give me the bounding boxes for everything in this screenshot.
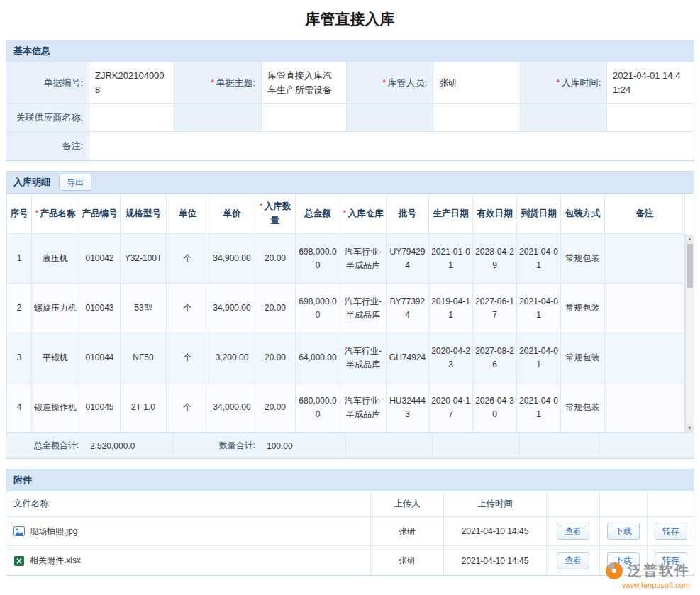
total-qty-value: 100.00 bbox=[261, 433, 346, 458]
detail-row: 2螺旋压力机01004353型个34,900.0020.00698,000.00… bbox=[7, 284, 685, 333]
detail-column-header: 备注 bbox=[605, 194, 685, 234]
doc-no-value: ZJRK2021040008 bbox=[89, 62, 174, 104]
total-amount-value: 2,520,000.0 bbox=[84, 433, 174, 458]
scroll-down-arrow[interactable]: ▼ bbox=[686, 424, 694, 433]
download-button[interactable]: 下载 bbox=[607, 523, 640, 540]
detail-cell: 个 bbox=[167, 234, 209, 284]
required-asterisk: * bbox=[260, 201, 263, 211]
detail-row: 3平锻机010044NF50个3,200.0020.0064,000.00汽车行… bbox=[7, 333, 685, 383]
remark-value bbox=[89, 132, 694, 160]
detail-cell: 20.00 bbox=[255, 284, 296, 333]
detail-cell bbox=[605, 333, 685, 383]
attachments-title: 附件 bbox=[13, 474, 32, 486]
subject-label: *单据主题: bbox=[174, 62, 262, 104]
detail-cell: 53型 bbox=[121, 284, 167, 333]
detail-column-header: 批号 bbox=[387, 194, 429, 234]
file-name-header: 文件名称 bbox=[6, 491, 371, 517]
detail-cell: 34,900.00 bbox=[209, 284, 255, 333]
detail-cell bbox=[605, 284, 685, 333]
detail-header-row: 序号*产品名称产品编号规格型号单位单价*入库数量总金额*入库仓库批号生产日期有效… bbox=[7, 194, 685, 234]
export-button[interactable]: 导出 bbox=[59, 174, 91, 191]
detail-cell: 3,200.00 bbox=[209, 333, 255, 383]
keeper-value: 张研 bbox=[433, 62, 521, 104]
download-button[interactable]: 下载 bbox=[607, 552, 640, 569]
empty-value-cell bbox=[433, 104, 521, 132]
entry-time-label: *入库时间: bbox=[521, 62, 607, 104]
detail-cell: 个 bbox=[167, 284, 209, 333]
detail-cell: 液压机 bbox=[32, 234, 79, 284]
save-as-button[interactable]: 转存 bbox=[655, 523, 687, 540]
detail-cell: 锻造操作机 bbox=[32, 383, 79, 433]
scrollbar-track[interactable] bbox=[686, 289, 694, 424]
detail-cell: NF50 bbox=[121, 333, 167, 383]
footer-empty-cell bbox=[433, 433, 520, 458]
detail-title: 入库明细 bbox=[13, 176, 50, 189]
scroll-up-arrow[interactable]: ▲ bbox=[686, 235, 694, 243]
detail-row: 1液压机010042Y32-100T个34,900.0020.00698,000… bbox=[7, 234, 685, 284]
detail-column-header: 总金额 bbox=[296, 194, 340, 234]
action-column-header bbox=[600, 491, 648, 517]
required-asterisk: * bbox=[211, 77, 214, 88]
detail-cell: 4 bbox=[7, 383, 32, 433]
watermark-url: www.fanpusoft.com bbox=[605, 581, 690, 589]
detail-cell bbox=[605, 383, 685, 433]
detail-cell: 2 bbox=[7, 284, 32, 333]
detail-cell: Y32-100T bbox=[121, 234, 167, 284]
remark-label: 备注: bbox=[6, 132, 89, 160]
image-file-icon bbox=[13, 526, 25, 537]
required-asterisk: * bbox=[382, 77, 386, 88]
detail-cell: 010044 bbox=[79, 333, 121, 383]
detail-cell: 34,000.00 bbox=[209, 383, 255, 433]
detail-footer: 总金额合计: 2,520,000.0 数量合计: 100.00 bbox=[6, 433, 694, 458]
detail-cell: 698,000.00 bbox=[296, 284, 340, 333]
basic-info-title: 基本信息 bbox=[13, 45, 50, 57]
detail-cell: 个 bbox=[167, 333, 209, 383]
detail-cell: 1 bbox=[7, 234, 32, 284]
detail-cell: 汽车行业-半成品库 bbox=[340, 234, 387, 284]
basic-info-grid: 单据编号: ZJRK2021040008 *单据主题: 库管直接入库汽车生产所需… bbox=[6, 62, 694, 160]
detail-cell: 个 bbox=[167, 383, 209, 433]
detail-cell: 2021-01-01 bbox=[429, 234, 473, 284]
detail-cell: 2028-04-29 bbox=[473, 234, 517, 284]
required-asterisk: * bbox=[35, 208, 39, 218]
detail-section: 入库明细 导出 序号*产品名称产品编号规格型号单位单价*入库数量总金额*入库仓库… bbox=[6, 171, 694, 459]
view-button[interactable]: 查看 bbox=[557, 523, 589, 540]
uploader-header: 上传人 bbox=[371, 491, 444, 517]
empty-value-cell bbox=[262, 104, 347, 132]
detail-column-header: *入库数量 bbox=[255, 194, 296, 234]
detail-column-header: 产品编号 bbox=[79, 194, 121, 234]
supplier-label: 关联供应商名称: bbox=[6, 104, 89, 132]
scrollbar-thumb[interactable] bbox=[687, 244, 693, 288]
detail-column-header: 生产日期 bbox=[429, 194, 473, 234]
attachment-upload-time: 2021-04-10 14:45 bbox=[444, 546, 547, 575]
table-scrollbar[interactable]: ▲ ▼ bbox=[685, 235, 694, 433]
detail-cell: BY773924 bbox=[387, 284, 429, 333]
attachment-file-cell: 相关附件.xlsx bbox=[6, 546, 371, 575]
doc-no-label: 单据编号: bbox=[6, 62, 89, 104]
detail-cell: 2021-04-01 bbox=[517, 234, 561, 284]
required-asterisk: * bbox=[343, 208, 347, 218]
basic-info-header: 基本信息 bbox=[6, 40, 694, 62]
detail-cell: HU324443 bbox=[387, 383, 429, 433]
detail-cell: 010043 bbox=[79, 284, 121, 333]
detail-column-header: 序号 bbox=[7, 194, 32, 234]
attachment-uploader: 张研 bbox=[371, 517, 444, 546]
empty-label-cell bbox=[174, 104, 262, 132]
detail-cell: 螺旋压力机 bbox=[32, 284, 79, 333]
footer-empty-cell bbox=[520, 433, 599, 458]
detail-cell: 2027-06-17 bbox=[473, 284, 517, 333]
supplier-value bbox=[89, 104, 174, 132]
save-as-button[interactable]: 转存 bbox=[655, 552, 687, 569]
detail-cell: 2021-04-01 bbox=[517, 383, 561, 433]
detail-cell: 010042 bbox=[79, 234, 121, 284]
attachments-rows: 现场拍照.jpg张研2021-04-10 14:45查看下载转存相关附件.xls… bbox=[6, 517, 694, 575]
detail-cell: 34,900.00 bbox=[209, 234, 255, 284]
detail-cell: 常规包装 bbox=[561, 234, 605, 284]
attachment-upload-time: 2021-04-10 14:45 bbox=[444, 517, 547, 546]
detail-column-header: 到货日期 bbox=[517, 194, 561, 234]
view-button[interactable]: 查看 bbox=[557, 552, 589, 569]
detail-column-header: *产品名称 bbox=[32, 194, 79, 234]
detail-cell: 常规包装 bbox=[561, 333, 605, 383]
keeper-label: *库管人员: bbox=[347, 62, 433, 104]
detail-cell: 698,000.00 bbox=[296, 234, 340, 284]
